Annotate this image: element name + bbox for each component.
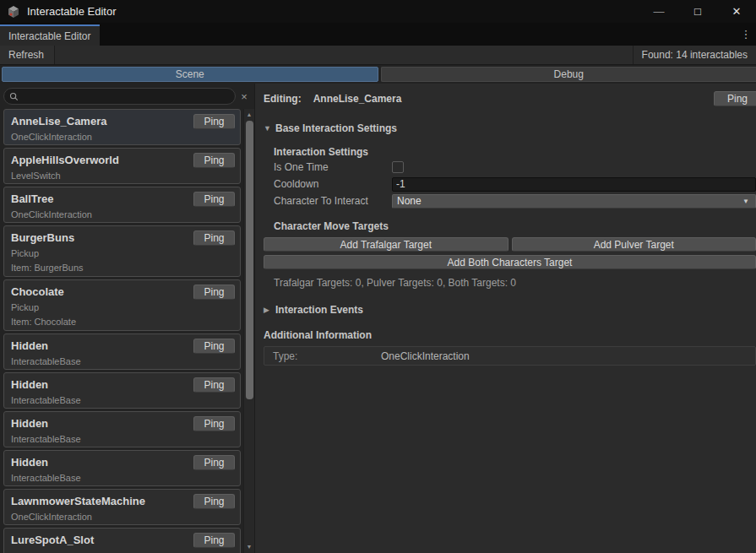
- ping-button[interactable]: Ping: [193, 153, 235, 168]
- ping-button[interactable]: Ping: [193, 416, 235, 431]
- targets-stats-label: Trafalgar Targets: 0, Pulver Targets: 0,…: [274, 277, 756, 289]
- ping-button[interactable]: Ping: [714, 91, 756, 106]
- cooldown-label: Cooldown: [274, 178, 392, 190]
- dock-tab-label: Interactable Editor: [8, 30, 90, 42]
- character-to-interact-row: Character To Interact None ▼: [274, 193, 756, 209]
- found-count-label: Found: 14 interactables: [633, 46, 756, 64]
- interactable-item-line: Item: Chocolate: [11, 317, 233, 327]
- list-scrollbar[interactable]: ▲ ▼: [243, 109, 254, 553]
- add-pulver-target-button[interactable]: Add Pulver Target: [512, 237, 756, 252]
- window-title: Interactable Editor: [27, 5, 117, 18]
- character-to-interact-dropdown[interactable]: None ▼: [392, 194, 756, 209]
- additional-information-header: Additional Information: [264, 329, 756, 341]
- interactable-type: Pickup: [11, 248, 233, 258]
- editor-panel: Editing: AnneLise_Camera Ping ▼ Base Int…: [255, 84, 756, 553]
- interactable-type: InteractableBase: [11, 356, 233, 366]
- search-row: ×: [0, 84, 254, 109]
- window-titlebar: Interactable Editor — □ ✕: [0, 0, 756, 23]
- type-value: OneClickInteraction: [381, 350, 470, 362]
- cooldown-row: Cooldown: [274, 176, 756, 192]
- ping-button[interactable]: Ping: [193, 494, 235, 509]
- chevron-down-icon: ▼: [742, 198, 751, 205]
- character-move-targets-header: Character Move Targets: [274, 220, 756, 232]
- interactable-list: AnneLise_Camera Ping OneClickInteraction…: [0, 109, 243, 553]
- foldout-closed-icon: ▶: [264, 306, 275, 314]
- add-trafalgar-target-button[interactable]: Add Trafalgar Target: [264, 237, 509, 252]
- type-info-row: Type: OneClickInteraction: [264, 346, 756, 366]
- maximize-icon[interactable]: □: [678, 0, 717, 23]
- cooldown-field[interactable]: [392, 177, 756, 192]
- ping-button[interactable]: Ping: [193, 230, 235, 246]
- list-item[interactable]: Chocolate Ping Pickup Item: Chocolate: [3, 279, 241, 331]
- scroll-up-icon[interactable]: ▲: [247, 111, 253, 119]
- scroll-down-icon[interactable]: ▼: [247, 543, 253, 551]
- editing-label: Editing:: [264, 93, 302, 105]
- list-item[interactable]: BurgerBuns Ping Pickup Item: BurgerBuns: [3, 225, 241, 277]
- list-item[interactable]: Hidden Ping InteractableBase: [3, 411, 241, 447]
- interactable-type: InteractableBase: [11, 434, 233, 444]
- app-icon: [7, 5, 20, 19]
- tab-scene[interactable]: Scene: [2, 67, 378, 82]
- editing-value: AnneLise_Camera: [313, 93, 402, 105]
- interactable-type: Pickup: [11, 302, 233, 312]
- search-box[interactable]: [3, 88, 236, 105]
- base-settings-body: Interaction Settings Is One Time Cooldow…: [274, 146, 756, 289]
- list-item[interactable]: AnneLise_Camera Ping OneClickInteraction: [3, 109, 241, 145]
- list-item[interactable]: AppleHillsOverworld Ping LevelSwitch: [3, 148, 241, 184]
- interactable-type: LevelSwitch: [11, 171, 233, 181]
- interactable-type: InteractableBase: [11, 473, 233, 483]
- character-to-interact-label: Character To Interact: [274, 195, 392, 207]
- list-item[interactable]: BallTree Ping OneClickInteraction: [3, 187, 241, 223]
- minimize-icon[interactable]: —: [639, 0, 678, 23]
- ping-button[interactable]: Ping: [193, 533, 235, 548]
- list-item[interactable]: LureSpotA_Slot Ping: [3, 528, 241, 553]
- foldout-open-icon: ▼: [264, 124, 275, 133]
- list-item[interactable]: Hidden Ping InteractableBase: [3, 333, 241, 370]
- search-clear-icon[interactable]: ×: [236, 90, 253, 103]
- search-input[interactable]: [22, 90, 230, 102]
- ping-button[interactable]: Ping: [193, 377, 235, 393]
- list-item[interactable]: LawnmowerStateMachine Ping OneClickInter…: [3, 489, 241, 525]
- interaction-settings-header: Interaction Settings: [274, 146, 756, 158]
- close-icon[interactable]: ✕: [717, 0, 756, 23]
- is-one-time-checkbox[interactable]: [392, 161, 404, 173]
- scrollbar-thumb[interactable]: [246, 121, 253, 399]
- view-tab-bar: Scene Debug: [0, 65, 756, 84]
- is-one-time-label: Is One Time: [274, 161, 392, 173]
- interactable-type: OneClickInteraction: [11, 132, 233, 142]
- foldout-label: Interaction Events: [275, 304, 363, 316]
- list-item[interactable]: Hidden Ping InteractableBase: [3, 450, 241, 486]
- refresh-button[interactable]: Refresh: [0, 46, 55, 64]
- search-icon: [9, 92, 19, 101]
- main-area: × AnneLise_Camera Ping OneClickInteracti…: [0, 84, 756, 553]
- move-target-buttons: Add Trafalgar Target Add Pulver Target: [264, 237, 756, 252]
- dock-menu-icon[interactable]: ⋮: [739, 23, 753, 46]
- ping-button[interactable]: Ping: [193, 339, 235, 354]
- foldout-label: Base Interaction Settings: [275, 122, 397, 134]
- toolbar: Refresh Found: 14 interactables: [0, 46, 756, 65]
- scrollbar-track[interactable]: [246, 119, 253, 543]
- list-item[interactable]: Hidden Ping InteractableBase: [3, 372, 241, 409]
- dropdown-value: None: [397, 195, 422, 207]
- ping-button[interactable]: Ping: [193, 114, 235, 129]
- dock-tab-bar: Interactable Editor ⋮: [0, 23, 756, 46]
- list-wrap: AnneLise_Camera Ping OneClickInteraction…: [0, 109, 254, 553]
- interactable-type: OneClickInteraction: [11, 512, 233, 522]
- is-one-time-row: Is One Time: [274, 160, 756, 175]
- ping-button[interactable]: Ping: [193, 192, 235, 207]
- interactable-type: OneClickInteraction: [11, 209, 233, 220]
- add-both-characters-target-button[interactable]: Add Both Characters Target: [264, 255, 756, 269]
- ping-button[interactable]: Ping: [193, 455, 235, 470]
- editing-header: Editing: AnneLise_Camera Ping: [264, 90, 756, 107]
- type-label: Type:: [273, 350, 381, 362]
- ping-button[interactable]: Ping: [193, 285, 235, 300]
- tab-debug[interactable]: Debug: [381, 67, 756, 82]
- base-interaction-settings-foldout[interactable]: ▼ Base Interaction Settings: [264, 122, 756, 134]
- interaction-events-foldout[interactable]: ▶ Interaction Events: [264, 304, 756, 316]
- interactable-type: InteractableBase: [11, 395, 233, 405]
- dock-tab-interactable-editor[interactable]: Interactable Editor: [0, 24, 100, 46]
- scene-list-panel: × AnneLise_Camera Ping OneClickInteracti…: [0, 84, 255, 553]
- interactable-item-line: Item: BurgerBuns: [11, 263, 233, 273]
